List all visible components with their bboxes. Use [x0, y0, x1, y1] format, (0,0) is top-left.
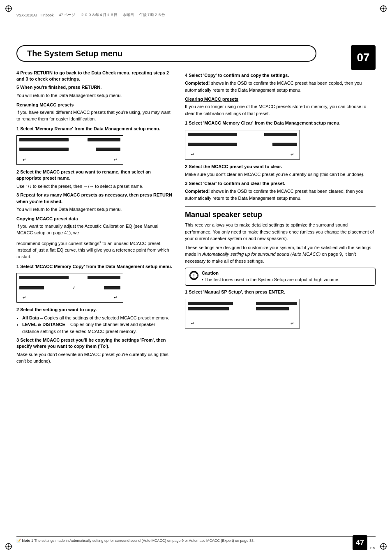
osd-line [19, 276, 69, 279]
osd-renaming: ↵ ↵ [16, 135, 123, 165]
copying-desc: If you want to manually adjust the Acous… [16, 223, 173, 236]
osd-arrow-right: ↵ [114, 157, 117, 162]
osd-arrows: ↵ ↵ [19, 295, 120, 300]
renaming-step2-desc: Use ↑/↓ to select the preset, then ←/→ t… [16, 183, 173, 190]
two-column-layout: 4 Press RETURN to go back to the Data Ch… [16, 70, 376, 367]
osd-arrows: ↵ ↵ [188, 152, 297, 157]
completed-badge: Completed! [185, 81, 210, 86]
osd-line [104, 286, 120, 289]
osd-arrow-left: ↵ [23, 157, 26, 162]
osd-line [256, 302, 297, 305]
header-box: The System Setup menu [16, 45, 316, 62]
corner-mark-br [380, 543, 387, 550]
right-step4-desc: Completed! shows in the OSD to confirm t… [185, 80, 376, 93]
osd-line [19, 138, 69, 141]
renaming-step3-desc: You will return to the Data Management s… [16, 206, 173, 213]
osd-arrow-right: ↵ [291, 152, 294, 157]
clearing-step1: 1 Select 'MCACC Memory Clear' from the D… [185, 120, 376, 126]
osd-line [19, 286, 44, 289]
osd-clearing: ↵ ↵ [185, 130, 300, 160]
right-step4-heading: 4 Select 'Copy' to confirm and copy the … [185, 72, 376, 79]
osd-row-1 [19, 276, 120, 279]
meta-page-ref: 47 ページ [59, 12, 75, 18]
clearing-section-title: Clearing MCACC presets [185, 97, 376, 102]
note-section: 📝 Note 1 The settings made in Automatica… [16, 536, 376, 543]
manual-desc1: This receiver allows you to make detaile… [185, 222, 376, 242]
osd-row-1 [188, 133, 297, 136]
osd-line [256, 307, 289, 310]
osd-row-2: ✓ [19, 286, 120, 290]
osd-line [272, 143, 297, 146]
osd-row-1 [19, 138, 120, 141]
meta-bar: VSX-1018AH_IIY.book 47 ページ ２００８年４月１６日 水曜… [16, 12, 376, 18]
meta-day: 水曜日 [123, 12, 134, 18]
osd-manual-sp: ↵ ↵ [185, 299, 300, 328]
osd-line [88, 138, 120, 141]
page-number: 47 [353, 535, 367, 550]
clearing-step3-heading: 3 Select 'Clear' to confirm and clear th… [185, 180, 376, 187]
right-column: 4 Select 'Copy' to confirm and copy the … [185, 70, 376, 367]
note-text: 1 The settings made in Automatically set… [31, 539, 255, 543]
manual-step1: 1 Select 'Manual SP Setup', then press E… [185, 289, 376, 295]
copying-step3-heading: 3 Select the MCACC preset you'll be copy… [16, 337, 173, 350]
page-sub: En [370, 546, 375, 550]
step5-heading: 5 When you're finished, press RETURN. [16, 84, 173, 90]
osd-row-2 [19, 148, 120, 151]
caution-title: Caution [202, 271, 339, 275]
copying-bullets: All Data – Copies all the settings of th… [22, 314, 173, 335]
osd-right-lines [256, 302, 297, 310]
osd-arrow-right: ↵ [114, 295, 117, 300]
chapter-badge: 07 [351, 45, 376, 70]
osd-line [88, 276, 120, 279]
mcacc-ref: Automatically setting up for surround so… [202, 252, 321, 257]
corner-mark-tl [5, 5, 12, 12]
osd-copying: ✓ ↵ ↵ [16, 273, 123, 303]
svg-text:!: ! [193, 273, 195, 278]
step4-heading: 4 Press RETURN to go back to the Data Ch… [16, 70, 173, 83]
caution-text: • The test tones used in the System Setu… [202, 277, 339, 283]
manual-speaker-setup-section: Manual speaker setup This receiver allow… [185, 206, 376, 328]
corner-mark-bl [5, 543, 12, 550]
osd-line [188, 143, 237, 146]
copying-step2-heading: 2 Select the setting you want to copy. [16, 307, 173, 313]
copying-section-title: Copying MCACC preset data [16, 216, 173, 221]
osd-line [188, 133, 237, 136]
copying-desc2: recommend copying your current settings1… [16, 240, 173, 260]
clearing-step2-desc: Make sure you don't clear an MCACC prese… [185, 171, 376, 178]
osd-arrows: ↵ ↵ [188, 321, 297, 326]
renaming-section-title: Renaming MCACC presets [16, 102, 173, 107]
meta-time: 午後７時２５分 [139, 12, 165, 18]
osd-row-1 [188, 302, 297, 310]
osd-line [188, 302, 233, 305]
renaming-step2-heading: 2 Select the MCACC preset you want to re… [16, 169, 173, 182]
bullet-all-data: All Data – Copies all the settings of th… [22, 314, 173, 321]
meta-date: ２００８年４月１６日 [81, 12, 118, 18]
osd-arrow-left: ↵ [191, 152, 194, 157]
copying-step3-desc: Make sure you don't overwrite an MCACC p… [16, 351, 173, 365]
caution-icon: ! [189, 271, 198, 280]
renaming-desc: If you have several different MCACC pres… [16, 109, 173, 123]
osd-line [264, 133, 297, 136]
left-column: 4 Press RETURN to go back to the Data Ch… [16, 70, 173, 367]
osd-arrow-right: ↵ [291, 321, 294, 326]
osd-check: ✓ [68, 286, 80, 290]
renaming-step3: 3 Repeat for as many MCACC presets as ne… [16, 192, 173, 205]
corner-mark-tr [380, 5, 387, 12]
osd-row-2 [188, 143, 297, 146]
page-title: The System Setup menu [27, 49, 122, 58]
step5-desc: You will return to the Data Management s… [16, 92, 173, 99]
osd-line [19, 148, 69, 151]
caution-box: ! Caution • The test tones used in the S… [185, 268, 376, 286]
note-icon: 📝 Note [16, 539, 30, 543]
osd-line [96, 148, 120, 151]
renaming-step1: 1 Select 'Memory Rename' from the Data M… [16, 126, 173, 132]
copying-step1: 1 Select 'MCACC Memory Copy' from the Da… [16, 264, 173, 270]
osd-left-lines [188, 302, 237, 310]
completed-badge-2: Completed! [185, 189, 210, 194]
clearing-step2-heading: 2 Select the MCACC preset you want to cl… [185, 164, 376, 170]
clearing-desc: If you are no longer using one of the MC… [185, 103, 376, 117]
bullet-level-distance: LEVEL & DISTANCE – Copies only the chann… [22, 321, 173, 335]
manual-desc2: These settings are designed to customize… [185, 244, 376, 265]
content-area: 4 Press RETURN to go back to the Data Ch… [16, 70, 376, 530]
clearing-step3-desc: Completed! shows in the OSD to confirm t… [185, 188, 376, 201]
